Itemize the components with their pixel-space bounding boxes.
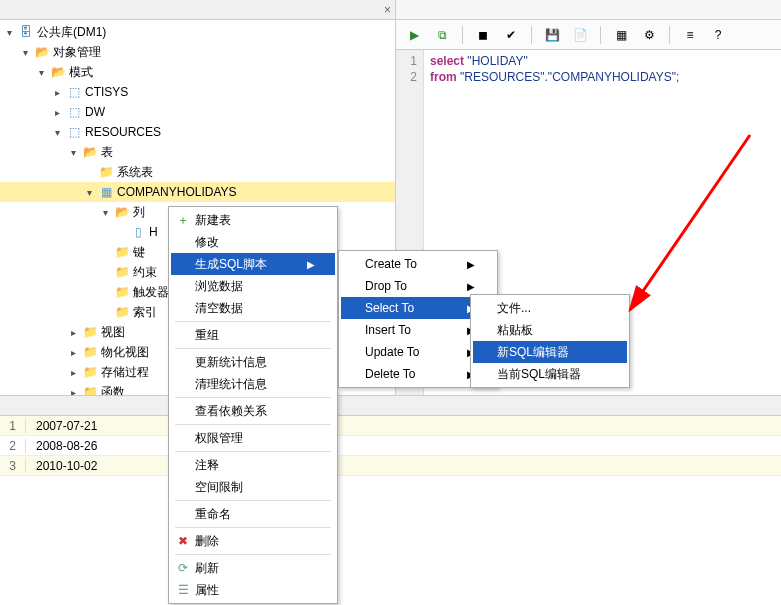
result-row[interactable]: 22008-08-26	[0, 436, 781, 456]
folder-icon: 📁	[82, 344, 98, 360]
collapse-icon[interactable]: ▾	[84, 187, 95, 198]
collapse-icon[interactable]: ▾	[68, 147, 79, 158]
folder-open-icon: 📂	[50, 64, 66, 80]
column-icon: ▯	[130, 224, 146, 240]
folder-icon: 📁	[98, 164, 114, 180]
menu-clean-stats[interactable]: 清理统计信息	[171, 373, 335, 395]
menu-comment[interactable]: 注释	[171, 454, 335, 476]
menu-space-limit[interactable]: 空间限制	[171, 476, 335, 498]
menu-clipboard[interactable]: 粘贴板	[473, 319, 627, 341]
result-row[interactable]: 32010-10-02	[0, 456, 781, 476]
menu-new-sql-editor[interactable]: 新SQL编辑器	[473, 341, 627, 363]
menu-delete[interactable]: ✖删除	[171, 530, 335, 552]
run-script-button[interactable]: ⧉	[430, 24, 454, 46]
props-icon: ☰	[175, 582, 191, 598]
chevron-right-icon: ▶	[467, 259, 475, 270]
commit-button[interactable]: ✔	[499, 24, 523, 46]
row-number: 3	[0, 459, 26, 473]
delete-icon: ✖	[175, 533, 191, 549]
folder-icon: 📁	[82, 364, 98, 380]
collapse-icon[interactable]: ▾	[36, 67, 47, 78]
database-icon: 🗄	[18, 24, 34, 40]
folder-icon: 📁	[114, 264, 130, 280]
grid-button[interactable]: ▦	[609, 24, 633, 46]
expand-icon[interactable]: ▸	[68, 347, 79, 358]
refresh-icon: ⟳	[175, 560, 191, 576]
chevron-right-icon: ▶	[467, 281, 475, 292]
schema-icon: ⬚	[66, 104, 82, 120]
menu-props[interactable]: ☰属性	[171, 579, 335, 601]
tree-node[interactable]: ▾⬚RESOURCES	[0, 122, 395, 142]
menu-rename[interactable]: 重命名	[171, 503, 335, 525]
chevron-right-icon: ▶	[307, 259, 315, 270]
format-button[interactable]: ≡	[678, 24, 702, 46]
collapse-icon[interactable]: ▾	[100, 207, 111, 218]
collapse-icon[interactable]: ▾	[52, 127, 63, 138]
open-button[interactable]: 📄	[568, 24, 592, 46]
left-panel-header: ×	[0, 0, 395, 20]
expand-icon[interactable]: ▸	[52, 87, 63, 98]
menu-cur-sql-editor[interactable]: 当前SQL编辑器	[473, 363, 627, 385]
tree-node[interactable]: ▾📂表	[0, 142, 395, 162]
menu-browse[interactable]: 浏览数据	[171, 275, 335, 297]
menu-gen-sql[interactable]: 生成SQL脚本▶	[171, 253, 335, 275]
menu-new-table[interactable]: ＋新建表	[171, 209, 335, 231]
folder-open-icon: 📂	[114, 204, 130, 220]
row-number: 2	[0, 439, 26, 453]
row-cell: 2010-10-02	[26, 459, 107, 473]
collapse-icon[interactable]: ▾	[20, 47, 31, 58]
tree-node[interactable]: ▾📂对象管理	[0, 42, 395, 62]
row-cell: 2008-08-26	[26, 439, 107, 453]
tree-node-companyholidays[interactable]: ▾▦COMPANYHOLIDAYS	[0, 182, 395, 202]
expand-icon[interactable]: ▸	[68, 327, 79, 338]
results-grid[interactable]: 12007-07-2122008-08-2632010-10-02	[0, 395, 781, 605]
stop-button[interactable]: ◼	[471, 24, 495, 46]
close-panel-icon[interactable]: ×	[384, 3, 391, 17]
folder-icon: 📁	[114, 304, 130, 320]
menu-clear[interactable]: 清空数据	[171, 297, 335, 319]
context-menu-main[interactable]: ＋新建表 修改 生成SQL脚本▶ 浏览数据 清空数据 重组 更新统计信息 清理统…	[168, 206, 338, 604]
menu-view-dep[interactable]: 查看依赖关系	[171, 400, 335, 422]
row-cell: 2007-07-21	[26, 419, 107, 433]
menu-refresh[interactable]: ⟳刷新	[171, 557, 335, 579]
menu-perm[interactable]: 权限管理	[171, 427, 335, 449]
tree-root[interactable]: ▾🗄公共库(DM1)	[0, 22, 395, 42]
folder-open-icon: 📂	[82, 144, 98, 160]
editor-tabbar[interactable]	[396, 0, 781, 20]
run-button[interactable]: ▶	[402, 24, 426, 46]
expand-icon[interactable]: ▸	[52, 107, 63, 118]
column-name: H	[149, 225, 158, 239]
result-row[interactable]: 12007-07-21	[0, 416, 781, 436]
tree-node[interactable]: 📁系统表	[0, 162, 395, 182]
editor-toolbar: ▶ ⧉ ◼ ✔ 💾 📄 ▦ ⚙ ≡ ?	[396, 20, 781, 50]
context-menu-sub2[interactable]: 文件... 粘贴板 新SQL编辑器 当前SQL编辑器	[470, 294, 630, 388]
folder-icon: 📁	[114, 244, 130, 260]
row-number: 1	[0, 419, 26, 433]
tree-node[interactable]: ▸⬚DW	[0, 102, 395, 122]
table-icon: ▦	[98, 184, 114, 200]
menu-create-to[interactable]: Create To▶	[341, 253, 495, 275]
menu-reorg[interactable]: 重组	[171, 324, 335, 346]
expand-icon[interactable]: ▸	[68, 367, 79, 378]
tree-node[interactable]: ▾📂模式	[0, 62, 395, 82]
collapse-icon[interactable]: ▾	[4, 27, 15, 38]
save-button[interactable]: 💾	[540, 24, 564, 46]
folder-open-icon: 📂	[34, 44, 50, 60]
schema-icon: ⬚	[66, 84, 82, 100]
help-button[interactable]: ?	[706, 24, 730, 46]
schema-icon: ⬚	[66, 124, 82, 140]
menu-modify[interactable]: 修改	[171, 231, 335, 253]
folder-icon: 📁	[82, 324, 98, 340]
tree-node[interactable]: ▸⬚CTISYS	[0, 82, 395, 102]
results-header	[0, 396, 781, 416]
options-button[interactable]: ⚙	[637, 24, 661, 46]
menu-file[interactable]: 文件...	[473, 297, 627, 319]
menu-update-stats[interactable]: 更新统计信息	[171, 351, 335, 373]
folder-icon: 📁	[114, 284, 130, 300]
plus-icon: ＋	[175, 212, 191, 228]
